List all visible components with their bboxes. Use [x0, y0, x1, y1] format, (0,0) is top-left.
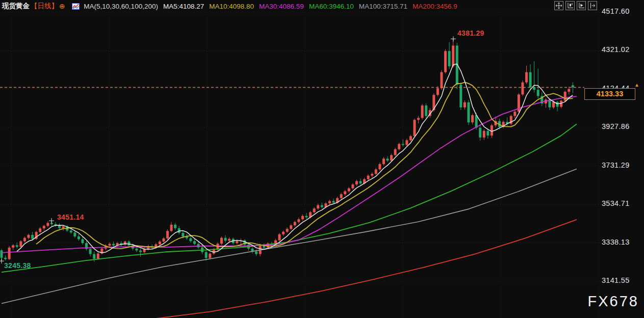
chart-type-icon[interactable] — [72, 3, 80, 10]
ma10-value: MA10:4098.80 — [209, 3, 254, 10]
ma5-value: MA5:4108.27 — [163, 3, 204, 10]
axis-label-3338: 3338.13 — [602, 238, 640, 246]
price-up-arrow-icon: ▲ — [634, 82, 639, 88]
chart-toolbar — [552, 1, 597, 10]
pan-move-icon[interactable] — [554, 1, 563, 10]
axis-label-3534: 3534.71 — [602, 199, 640, 207]
period-label: 【日线】 — [31, 2, 58, 11]
candlestick-chart[interactable] — [0, 0, 644, 318]
chart-header: 现货黄金 【日线】 ⊕ MA(5,10,30,60,100,200) MA5:4… — [2, 1, 462, 11]
ma60-value: MA60:3946.10 — [309, 3, 354, 10]
ma200-value: MA200:3456.9 — [413, 3, 457, 10]
axis-label-4517: 4517.60 — [602, 7, 640, 15]
watermark: FX678 — [588, 293, 639, 310]
axis-label-4321: 4321.02 — [602, 45, 640, 54]
ma-settings-label: MA(5,10,30,60,100,200) — [84, 3, 158, 10]
chart-window: 现货黄金 【日线】 ⊕ MA(5,10,30,60,100,200) MA5:4… — [0, 0, 644, 318]
symbol-name: 现货黄金 — [2, 2, 30, 11]
ma100-value: MA100:3715.71 — [359, 3, 407, 10]
scale-axis-left-icon[interactable] — [565, 1, 575, 10]
annotation-low-3245: 3245.38 — [4, 261, 31, 270]
scale-axis-play-icon[interactable] — [577, 1, 586, 10]
ma30-value: MA30:4086.59 — [259, 3, 304, 10]
annotation-high-3451: 3451.14 — [57, 213, 84, 221]
add-indicator-icon[interactable]: ⊕ — [59, 2, 65, 10]
axis-label-3927: 3927.86 — [602, 122, 640, 130]
current-price-tag: 4133.33 — [584, 88, 635, 100]
axis-label-3141: 3141.55 — [602, 276, 640, 284]
go-to-latest-icon[interactable] — [588, 1, 597, 10]
annotation-high-4381: 4381.29 — [457, 29, 484, 37]
axis-label-3731: 3731.29 — [602, 161, 640, 169]
